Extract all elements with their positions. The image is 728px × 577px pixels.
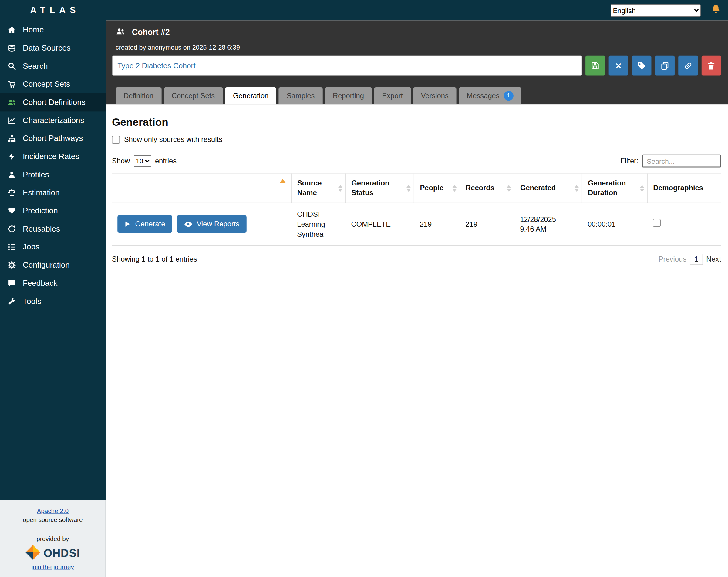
open-source-text: open source software — [0, 516, 105, 524]
join-the-journey-link[interactable]: join the journey — [31, 564, 74, 571]
table-row: Generate View Reports OHDSI Learning Syn… — [112, 203, 721, 245]
save-button[interactable] — [586, 56, 605, 76]
balance-scale-icon — [7, 188, 17, 198]
sidebar-item-tools[interactable]: Tools — [0, 292, 106, 310]
tag-button[interactable] — [632, 56, 651, 76]
pagination-previous[interactable]: Previous — [658, 255, 686, 264]
copy-icon — [660, 61, 670, 70]
search-icon — [7, 61, 17, 71]
sidebar-item-label: Jobs — [23, 242, 40, 252]
pagination: Previous 1 Next — [658, 254, 721, 265]
sidebar-item-prediction[interactable]: Prediction — [0, 202, 106, 220]
sidebar-item-label: Cohort Definitions — [23, 98, 85, 107]
filter-label: Filter: — [620, 157, 638, 165]
sitemap-icon — [7, 134, 17, 143]
close-icon: × — [616, 61, 622, 71]
cohort-header: Cohort #2 created by anonymous on 2025-1… — [106, 20, 728, 104]
tab-definition[interactable]: Definition — [115, 87, 161, 105]
tab-messages[interactable]: Messages1 — [459, 87, 521, 105]
sort-ascending-icon — [280, 179, 285, 183]
delete-button[interactable] — [702, 56, 721, 76]
copy-button[interactable] — [655, 56, 675, 76]
cell-generation-status: COMPLETE — [345, 203, 414, 245]
tag-icon — [637, 61, 646, 70]
link-icon — [683, 61, 693, 70]
sidebar: ATLAS Home Data Sources Search Concept S… — [0, 0, 106, 577]
close-button[interactable]: × — [609, 56, 628, 76]
pagination-page-1[interactable]: 1 — [690, 254, 703, 265]
sidebar-item-feedback[interactable]: Feedback — [0, 274, 106, 293]
atlas-logo[interactable]: ATLAS — [0, 0, 106, 20]
sidebar-item-cohort-pathways[interactable]: Cohort Pathways — [0, 129, 106, 147]
provided-by-text: provided by — [0, 534, 105, 543]
table-header-row: Source Name Generation Status People Rec… — [112, 174, 721, 203]
comment-icon — [7, 278, 17, 288]
tab-generation[interactable]: Generation — [225, 87, 276, 105]
play-icon — [124, 221, 131, 227]
sidebar-item-label: Data Sources — [23, 43, 71, 53]
created-by-text: created by anonymous on 2025-12-28 6:39 — [115, 44, 721, 51]
sidebar-item-reusables[interactable]: Reusables — [0, 220, 106, 238]
app-root: ATLAS Home Data Sources Search Concept S… — [0, 0, 728, 577]
tab-concept-sets[interactable]: Concept Sets — [164, 87, 223, 105]
sidebar-item-jobs[interactable]: Jobs — [0, 238, 106, 256]
cell-source-name: OHDSI Learning Synthea — [291, 203, 345, 245]
sidebar-item-incidence-rates[interactable]: Incidence Rates — [0, 147, 106, 166]
show-only-sources-checkbox[interactable] — [112, 136, 120, 144]
page-size-select[interactable]: 10 — [133, 155, 151, 167]
column-header-demographics: Demographics — [647, 174, 721, 203]
sidebar-item-data-sources[interactable]: Data Sources — [0, 39, 106, 57]
sidebar-item-label: Configuration — [23, 260, 70, 270]
sidebar-item-label: Concept Sets — [23, 79, 70, 89]
tab-export[interactable]: Export — [374, 87, 411, 105]
cell-records: 219 — [460, 203, 515, 245]
sidebar-item-label: Reusables — [23, 224, 60, 233]
sidebar-item-estimation[interactable]: Estimation — [0, 184, 106, 202]
generate-button[interactable]: Generate — [118, 216, 172, 233]
filter-search-input[interactable] — [642, 155, 721, 168]
sidebar-item-configuration[interactable]: Configuration — [0, 256, 106, 274]
eye-icon — [184, 221, 192, 227]
sidebar-item-home[interactable]: Home — [0, 21, 106, 39]
language-select[interactable]: English — [610, 4, 701, 16]
gear-icon — [7, 260, 17, 270]
link-button[interactable] — [678, 56, 698, 76]
pagination-next[interactable]: Next — [706, 255, 721, 264]
column-header-actions[interactable] — [112, 174, 291, 203]
sidebar-item-label: Characterizations — [23, 116, 84, 125]
notifications-bell-icon[interactable] — [711, 4, 721, 16]
tab-versions[interactable]: Versions — [413, 87, 457, 105]
sidebar-item-cohort-definitions[interactable]: Cohort Definitions — [0, 93, 106, 112]
sidebar-item-label: Tools — [23, 297, 41, 306]
sidebar-item-label: Profiles — [23, 170, 49, 180]
tab-reporting[interactable]: Reporting — [325, 87, 372, 105]
sort-icons — [452, 185, 457, 192]
heart-icon — [7, 206, 17, 216]
column-header-source-name[interactable]: Source Name — [291, 174, 345, 203]
demographics-checkbox[interactable] — [653, 219, 661, 227]
column-header-generation-duration[interactable]: Generation Duration — [582, 174, 647, 203]
show-label: Show — [112, 157, 130, 165]
sidebar-item-profiles[interactable]: Profiles — [0, 165, 106, 184]
sidebar-item-label: Estimation — [23, 188, 59, 198]
view-reports-button[interactable]: View Reports — [177, 216, 246, 233]
tab-samples[interactable]: Samples — [279, 87, 322, 105]
cell-generation-duration: 00:00:01 — [582, 203, 647, 245]
column-header-people[interactable]: People — [414, 174, 460, 203]
sidebar-item-label: Search — [23, 61, 48, 71]
cell-people: 219 — [414, 203, 460, 245]
line-chart-icon — [7, 115, 17, 125]
column-header-records[interactable]: Records — [460, 174, 515, 203]
cohort-users-icon — [115, 26, 125, 38]
apache-license-link[interactable]: Apache 2.0 — [37, 507, 69, 514]
cohort-name-input[interactable] — [112, 56, 581, 76]
users-icon — [7, 97, 17, 107]
sidebar-item-search[interactable]: Search — [0, 57, 106, 75]
sort-icons — [407, 185, 411, 192]
column-header-generated[interactable]: Generated — [515, 174, 582, 203]
sidebar-item-concept-sets[interactable]: Concept Sets — [0, 75, 106, 93]
sort-icons — [338, 185, 342, 192]
column-header-generation-status[interactable]: Generation Status — [345, 174, 414, 203]
sort-icons — [640, 185, 644, 192]
sidebar-item-characterizations[interactable]: Characterizations — [0, 111, 106, 129]
